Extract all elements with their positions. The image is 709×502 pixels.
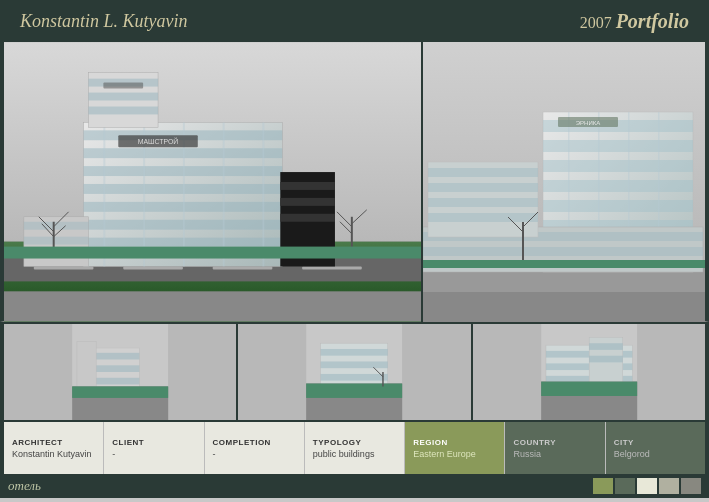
info-typology: TYPOLOGY public buildings	[305, 422, 405, 474]
thumbnail-1	[4, 324, 236, 420]
info-country: COUNTRY Russia	[505, 422, 605, 474]
city-value: Belgorod	[614, 449, 697, 459]
thumbnail-3	[473, 324, 705, 420]
info-city: CITY Belgorod	[606, 422, 705, 474]
header: Konstantin L. Kutyavin 2007 Portfolio	[0, 0, 709, 42]
svg-rect-81	[77, 341, 96, 394]
region-value: Eastern Europe	[413, 449, 496, 459]
typology-label: TYPOLOGY	[313, 438, 396, 447]
svg-rect-45	[4, 247, 421, 259]
svg-rect-7	[213, 266, 273, 269]
city-label: CITY	[614, 438, 697, 447]
color-block-1	[593, 478, 613, 494]
svg-rect-88	[321, 361, 388, 368]
info-client: CLIENT -	[104, 422, 204, 474]
svg-rect-54	[543, 200, 693, 212]
architect-value: Konstantin Kutyavin	[12, 449, 95, 459]
thumbnails-row	[0, 322, 709, 422]
svg-rect-8	[302, 266, 362, 269]
color-blocks	[593, 478, 701, 494]
color-block-5	[681, 478, 701, 494]
svg-rect-20	[223, 122, 225, 266]
svg-rect-32	[24, 222, 89, 230]
thumbnail-2	[238, 324, 470, 420]
color-block-4	[659, 478, 679, 494]
bottom-bar: отель	[0, 474, 709, 498]
svg-rect-52	[543, 160, 693, 172]
svg-rect-101	[589, 343, 623, 350]
main-left-image: МАШСТРОЙ	[4, 42, 423, 322]
svg-rect-29	[280, 198, 335, 206]
country-label: COUNTRY	[513, 438, 596, 447]
client-value: -	[112, 449, 195, 459]
svg-text:МАШСТРОЙ: МАШСТРОЙ	[138, 137, 179, 145]
right-building-svg: ЭРНИКА	[423, 42, 705, 322]
svg-rect-28	[280, 182, 335, 190]
info-architect: ARCHITECT Konstantin Kutyavin	[4, 422, 104, 474]
svg-rect-68	[428, 183, 538, 192]
completion-value: -	[213, 449, 296, 459]
architect-label: ARCHITECT	[12, 438, 95, 447]
svg-rect-6	[123, 266, 183, 269]
svg-rect-83	[72, 386, 168, 398]
svg-rect-51	[543, 140, 693, 152]
svg-rect-69	[428, 198, 538, 207]
info-region: REGION Eastern Europe	[405, 422, 505, 474]
main-building-svg: МАШСТРОЙ	[4, 42, 421, 322]
svg-rect-91	[306, 384, 402, 398]
svg-rect-24	[88, 93, 158, 101]
portfolio-container: Konstantin L. Kutyavin 2007 Portfolio	[0, 0, 709, 502]
portfolio-label: Portfolio	[616, 10, 689, 32]
svg-rect-102	[589, 356, 623, 363]
svg-rect-33	[24, 237, 89, 245]
svg-rect-25	[88, 106, 158, 114]
typology-value: public buildings	[313, 449, 396, 459]
architect-name: Konstantin L. Kutyavin	[20, 11, 188, 32]
info-bar: ARCHITECT Konstantin Kutyavin CLIENT - C…	[0, 422, 709, 474]
svg-rect-5	[34, 266, 94, 269]
svg-rect-17	[103, 122, 105, 266]
svg-rect-26	[103, 83, 143, 89]
color-block-2	[615, 478, 635, 494]
country-value: Russia	[513, 449, 596, 459]
svg-rect-67	[428, 168, 538, 177]
year-portfolio: 2007 Portfolio	[580, 10, 689, 33]
client-label: CLIENT	[112, 438, 195, 447]
color-block-3	[637, 478, 657, 494]
completion-label: COMPLETION	[213, 438, 296, 447]
svg-rect-104	[541, 382, 637, 396]
info-completion: COMPLETION -	[205, 422, 305, 474]
year: 2007	[580, 14, 612, 31]
svg-rect-21	[262, 122, 264, 266]
region-label: REGION	[413, 438, 496, 447]
svg-rect-87	[321, 349, 388, 356]
svg-rect-65	[423, 247, 703, 256]
svg-rect-74	[423, 260, 705, 268]
svg-rect-30	[280, 214, 335, 222]
svg-text:ЭРНИКА: ЭРНИКА	[576, 120, 600, 126]
svg-rect-70	[428, 213, 538, 222]
main-right-image: ЭРНИКА	[423, 42, 705, 322]
svg-rect-53	[543, 180, 693, 192]
main-image-area: МАШСТРОЙ	[0, 42, 709, 322]
svg-rect-89	[321, 374, 388, 381]
project-name: отель	[8, 478, 41, 494]
